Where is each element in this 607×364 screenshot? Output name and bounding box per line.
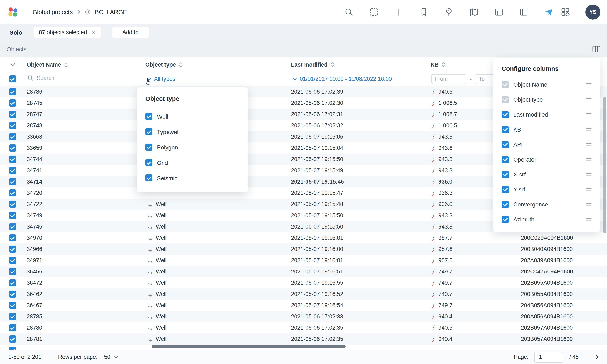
spreadsheet-icon[interactable] (494, 7, 504, 17)
drag-handle-icon[interactable] (586, 143, 592, 146)
map-icon[interactable] (469, 7, 479, 17)
drag-handle-icon[interactable] (586, 203, 592, 206)
selection-menu-chevron-icon[interactable] (10, 63, 15, 66)
horizontal-scrollbar[interactable] (152, 345, 346, 348)
row-checkbox[interactable] (9, 201, 16, 208)
column-checkbox[interactable] (502, 186, 509, 193)
table-row[interactable]: 36462Well2021-05-07 19:16:52749.7200B055… (0, 288, 607, 300)
configure-column-item[interactable]: X-srf (493, 167, 600, 182)
page-input[interactable] (534, 351, 564, 362)
row-checkbox[interactable] (9, 189, 16, 196)
table-row[interactable]: 36467Well2021-05-07 19:16:54749.7204B056… (0, 300, 607, 311)
drag-handle-icon[interactable] (586, 98, 592, 101)
table-row[interactable]: 34970Well2021-05-07 19:16:01957.7200C029… (0, 232, 607, 244)
drag-handle-icon[interactable] (586, 157, 592, 161)
row-checkbox[interactable] (9, 122, 16, 129)
column-checkbox[interactable] (502, 171, 509, 178)
row-checkbox[interactable] (9, 167, 16, 174)
option-checkbox[interactable] (145, 113, 152, 120)
drag-handle-icon[interactable] (586, 187, 592, 191)
configure-column-item[interactable]: Y-srf (493, 182, 600, 197)
table-row[interactable]: 28781Well2021-05-06 17:02:35940.4203B057… (0, 333, 607, 345)
table-row[interactable]: 36456Well2021-05-07 19:16:51749.7202C047… (0, 266, 607, 277)
row-checkbox[interactable] (9, 234, 16, 241)
type-option[interactable]: Seismic (145, 170, 239, 186)
column-checkbox[interactable] (502, 201, 509, 208)
option-checkbox[interactable] (145, 128, 152, 135)
search-input[interactable] (37, 75, 137, 81)
drag-handle-icon[interactable] (586, 113, 592, 116)
option-checkbox[interactable] (145, 143, 152, 151)
date-filter[interactable]: 01/01/2017 00:00 - 11/08/2022 16:00 (289, 76, 429, 82)
row-checkbox[interactable] (9, 144, 16, 152)
configure-column-item[interactable]: Operator (493, 152, 600, 167)
selection-chip[interactable]: 87 objects selected × (34, 27, 101, 38)
configure-columns-toggle-icon[interactable] (593, 46, 600, 52)
row-checkbox[interactable] (9, 212, 16, 219)
type-option[interactable]: Polygon (145, 139, 239, 155)
rows-per-page-select[interactable]: 50 (104, 354, 118, 360)
send-icon[interactable] (544, 7, 554, 17)
type-option[interactable]: Typewell (145, 124, 239, 139)
column-checkbox[interactable] (502, 156, 509, 163)
sort-icon[interactable] (64, 61, 68, 68)
apps-grid-icon[interactable] (560, 7, 570, 17)
search-icon[interactable] (344, 7, 354, 17)
kb-from-input[interactable] (431, 74, 466, 84)
type-option[interactable]: Grid (145, 155, 239, 170)
marquee-select-icon[interactable] (369, 7, 379, 17)
row-checkbox[interactable] (9, 88, 16, 95)
column-header-last-modified[interactable]: Last modified (289, 61, 429, 68)
row-checkbox[interactable] (9, 302, 16, 309)
row-checkbox[interactable] (9, 111, 16, 118)
table-row[interactable]: 28785Well2021-05-06 17:02:38940.4200A056… (0, 311, 607, 322)
column-checkbox[interactable] (502, 216, 509, 223)
table-row[interactable]: 36472Well2021-05-07 19:16:55749.7202B055… (0, 277, 607, 288)
type-filter[interactable]: All types (144, 76, 289, 82)
drag-handle-icon[interactable] (586, 218, 592, 221)
breadcrumb-root[interactable]: Global projects (32, 9, 73, 15)
configure-column-item[interactable]: Object type (493, 92, 600, 107)
row-checkbox[interactable] (9, 133, 16, 140)
sort-icon[interactable] (179, 61, 182, 68)
app-logo-icon[interactable] (7, 6, 19, 18)
mobile-icon[interactable] (419, 7, 429, 17)
next-page-icon[interactable] (595, 354, 599, 360)
row-checkbox[interactable] (9, 100, 16, 106)
row-checkbox[interactable] (9, 347, 16, 350)
row-checkbox[interactable] (9, 336, 16, 343)
table-row[interactable]: 28780Well2021-05-06 17:02:35940.5202B057… (0, 322, 607, 333)
layout-columns-icon[interactable] (519, 7, 529, 17)
sort-icon[interactable] (441, 61, 445, 68)
column-checkbox[interactable] (502, 141, 509, 148)
type-option[interactable]: Well (145, 109, 239, 124)
avatar[interactable]: YS (585, 4, 600, 19)
configure-column-item[interactable]: KB (493, 122, 600, 137)
vertical-scrollbar[interactable] (603, 97, 606, 233)
configure-column-item[interactable]: Object Name (493, 77, 600, 92)
configure-column-item[interactable]: Convergence (493, 197, 600, 212)
option-checkbox[interactable] (145, 174, 152, 182)
configure-column-item[interactable]: API (493, 137, 600, 152)
row-checkbox[interactable] (9, 178, 16, 185)
row-checkbox[interactable] (9, 268, 16, 275)
row-checkbox[interactable] (9, 279, 16, 286)
sort-icon[interactable] (331, 61, 334, 68)
column-checkbox[interactable] (502, 111, 509, 118)
well-target-icon[interactable] (444, 7, 454, 17)
row-checkbox[interactable] (9, 290, 16, 298)
table-row[interactable]: 34966Well2021-05-07 19:16:00957.6200B040… (0, 244, 607, 255)
row-checkbox[interactable] (9, 257, 16, 264)
add-crosshair-icon[interactable] (394, 7, 404, 17)
select-all-checkbox[interactable] (9, 75, 16, 82)
column-header-object-type[interactable]: Object type (144, 61, 289, 68)
drag-handle-icon[interactable] (586, 172, 592, 176)
table-row[interactable]: 34971Well2021-05-07 19:16:01957.5202A039… (0, 255, 607, 266)
drag-handle-icon[interactable] (586, 83, 592, 86)
column-checkbox[interactable] (502, 126, 509, 133)
add-to-button[interactable]: Add to (112, 27, 148, 38)
configure-column-item[interactable]: Last modified (493, 107, 600, 122)
close-icon[interactable]: × (92, 29, 96, 35)
configure-column-item[interactable]: Azimuth (493, 212, 600, 227)
row-checkbox[interactable] (9, 156, 16, 163)
